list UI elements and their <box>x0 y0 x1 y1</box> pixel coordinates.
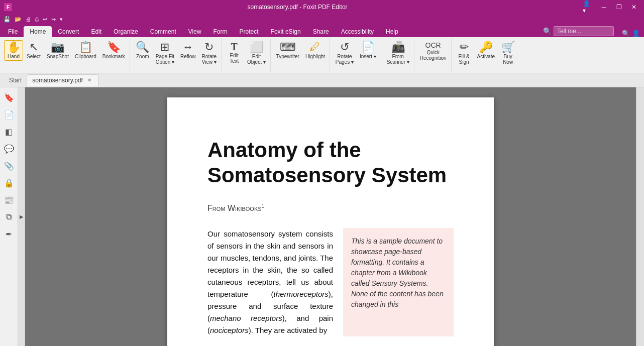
ribbon-toolbar: ✋ Hand ↖ Select 📷 SnapShot 📋 Clipboard 🔖… <box>0 37 644 73</box>
fromscanner-button[interactable]: 📠 FromScanner ▾ <box>384 40 412 66</box>
ribbon-search: 🔍 <box>539 25 618 37</box>
reflow-button[interactable]: ↔ Reflow <box>178 40 198 61</box>
toolbar-group-edit: T EditText ⬜ EditObject ▾ <box>223 38 271 72</box>
activate-icon: 🔑 <box>479 42 493 53</box>
toolbar-group-sign: ✏ Fill &Sign 🔑 Activate 🛒 BuyNow <box>453 38 520 72</box>
window-title: somatosensory.pdf - Foxit PDF Editor <box>247 4 347 11</box>
right-scrollbar[interactable] <box>636 87 644 346</box>
document-tab-somatosensory[interactable]: somatosensory.pdf ✕ <box>27 74 98 86</box>
tab-comment[interactable]: Comment <box>144 26 182 37</box>
clipboard-icon: 📋 <box>79 42 92 53</box>
toolbar-group-scanner: 📠 FromScanner ▾ <box>382 38 414 72</box>
ribbon-search-btn[interactable]: 🔍 <box>622 30 630 37</box>
select-button[interactable]: ↖ Select <box>24 40 43 61</box>
sidebar-signature-icon[interactable]: ✒ <box>2 227 16 241</box>
tab-view[interactable]: View <box>182 26 207 37</box>
user-account-button[interactable]: 👤 ▾ <box>583 2 595 12</box>
ribbon-search-icon: 🔍 <box>543 27 552 35</box>
tab-form[interactable]: Form <box>207 26 234 37</box>
pdf-page: Anatomy of the Somatosensory System From… <box>167 97 494 346</box>
bookmark-toolbar-icon: 🔖 <box>107 42 121 53</box>
sidebar-pages-icon[interactable]: 📄 <box>2 107 16 122</box>
scanner-icon: 📠 <box>391 42 405 53</box>
fillsign-button[interactable]: ✏ Fill &Sign <box>455 40 474 66</box>
bookmark-button[interactable]: 🔖 Bookmark <box>100 40 128 61</box>
tab-home[interactable]: Home <box>24 26 52 37</box>
main-area: 🔖 📄 ◧ 💬 📎 🔒 📰 ⧉ ✒ ▶ Anatomy of the Somat… <box>0 87 644 346</box>
tab-share[interactable]: Share <box>307 26 335 37</box>
rotateview-button[interactable]: ↻ RotateView ▾ <box>199 40 219 66</box>
doc-tab-close-button[interactable]: ✕ <box>86 77 93 83</box>
tab-file[interactable]: File <box>2 26 24 37</box>
pdf-body-text: Our somatosensory system consists of sen… <box>207 228 333 336</box>
zoom-icon: 🔍 <box>136 42 149 53</box>
insert-icon: 📄 <box>361 42 375 53</box>
tab-organize[interactable]: Organize <box>108 26 144 37</box>
editobject-button[interactable]: ⬜ EditObject ▾ <box>245 40 268 66</box>
qa-save2[interactable]: ⎙ <box>34 16 40 22</box>
ribbon-account-btn[interactable]: 👤 <box>632 30 640 37</box>
quickrecognition-button[interactable]: OCR QuickRecognition <box>417 40 449 62</box>
document-tabs: Start somatosensory.pdf ✕ <box>0 73 644 87</box>
snapshot-icon: 📷 <box>51 42 64 53</box>
doc-tab-label: somatosensory.pdf <box>32 77 83 84</box>
pagefit-icon: ⊞ <box>160 42 169 53</box>
sidebar-collapse-arrow[interactable]: ▶ <box>18 87 25 346</box>
buynow-button[interactable]: 🛒 BuyNow <box>498 40 517 66</box>
clipboard-button[interactable]: 📋 Clipboard <box>72 40 99 61</box>
qa-open[interactable]: 📂 <box>13 16 23 23</box>
hand-button[interactable]: ✋ Hand <box>4 40 23 61</box>
tab-edit[interactable]: Edit <box>85 26 108 37</box>
sidebar-comment-icon[interactable]: 💬 <box>2 142 16 156</box>
qa-dropdown[interactable]: ▾ <box>58 16 64 23</box>
activate-button[interactable]: 🔑 Activate <box>475 40 498 61</box>
rotatepages-icon: ↺ <box>340 42 349 53</box>
minimize-button[interactable]: ─ <box>598 2 610 12</box>
toolbar-group-basic: ✋ Hand ↖ Select 📷 SnapShot 📋 Clipboard 🔖… <box>2 38 130 72</box>
left-sidebar: 🔖 📄 ◧ 💬 📎 🔒 📰 ⧉ ✒ <box>0 87 18 346</box>
pdf-content-area[interactable]: Anatomy of the Somatosensory System From… <box>25 87 636 346</box>
qa-print[interactable]: 🖨 <box>24 16 33 22</box>
tab-protect[interactable]: Protect <box>234 26 265 37</box>
highlight-button[interactable]: 🖊 Highlight <box>303 40 328 61</box>
tab-accessibility[interactable]: Accessibility <box>335 26 380 37</box>
typewriter-button[interactable]: ⌨ Typewriter <box>274 40 302 61</box>
sidebar-bookmark-icon[interactable]: 🔖 <box>2 90 16 104</box>
app-icon: F <box>4 3 12 11</box>
toolbar-group-annotate: ⌨ Typewriter 🖊 Highlight <box>272 38 330 72</box>
tab-convert[interactable]: Convert <box>52 26 85 37</box>
pdf-sidebar-note: This is a sample document to showcase pa… <box>343 228 454 336</box>
zoom-button[interactable]: 🔍 Zoom <box>133 40 152 61</box>
edittext-button[interactable]: T EditText <box>225 40 244 65</box>
pagefit-button[interactable]: ⊞ Page FitOption ▾ <box>153 40 177 66</box>
qa-redo[interactable]: ↪ <box>50 16 57 23</box>
close-button[interactable]: ✕ <box>628 2 640 12</box>
insert-button[interactable]: 📄 Insert ▾ <box>357 40 379 61</box>
rotatepages-button[interactable]: ↺ RotatePages ▾ <box>333 40 356 66</box>
pdf-document-subtitle: From Wikibooks1 <box>207 203 454 213</box>
ocr-icon: OCR <box>425 42 441 49</box>
toolbar-group-view: 🔍 Zoom ⊞ Page FitOption ▾ ↔ Reflow ↻ Rot… <box>131 38 222 72</box>
buynow-icon: 🛒 <box>501 42 515 53</box>
edittext-icon: T <box>231 42 237 52</box>
restore-button[interactable]: ❐ <box>613 2 625 12</box>
snapshot-button[interactable]: 📷 SnapShot <box>44 40 71 61</box>
toolbar-group-ocr: OCR QuickRecognition <box>415 38 452 72</box>
window-controls: 👤 ▾ ─ ❐ ✕ <box>583 2 640 12</box>
tab-help[interactable]: Help <box>380 26 404 37</box>
sidebar-article-icon[interactable]: 📰 <box>2 193 16 207</box>
pdf-body: Our somatosensory system consists of sen… <box>207 228 454 336</box>
sidebar-security-icon[interactable]: 🔒 <box>2 176 16 190</box>
sidebar-attachment-icon[interactable]: 📎 <box>2 159 16 173</box>
quick-access-toolbar: 💾 📂 🖨 ⎙ ↩ ↪ ▾ <box>0 14 644 24</box>
tab-foxitsign[interactable]: Foxit eSign <box>265 26 307 37</box>
qa-undo[interactable]: ↩ <box>41 16 49 23</box>
sidebar-stamp-icon[interactable]: ⧉ <box>2 210 16 224</box>
highlight-icon: 🖊 <box>309 42 320 53</box>
qa-save[interactable]: 💾 <box>2 16 12 23</box>
ribbon-search-input[interactable] <box>554 26 614 36</box>
pdf-document-title: Anatomy of the Somatosensory System <box>207 138 454 188</box>
sidebar-layers-icon[interactable]: ◧ <box>2 125 16 139</box>
ribbon-right-buttons: 🔍 👤 <box>618 30 644 37</box>
start-tab[interactable]: Start <box>4 75 27 86</box>
